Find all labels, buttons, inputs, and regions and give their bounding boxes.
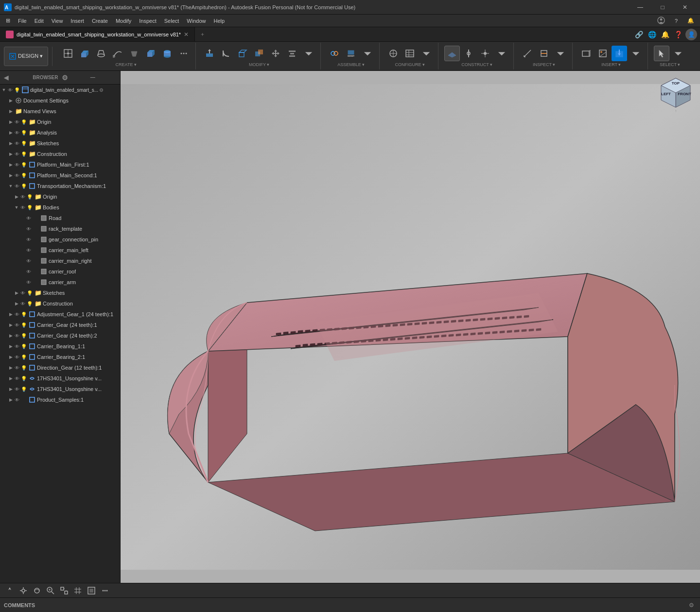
params-icon[interactable]	[385, 46, 401, 61]
construction-root-vis[interactable]: 👁	[14, 151, 20, 157]
browser-settings-icon[interactable]: ⚙	[62, 74, 88, 82]
revolve-icon[interactable]	[93, 46, 109, 61]
tree-body-road[interactable]: 👁 Road	[0, 213, 120, 223]
press-pull-icon[interactable]	[202, 46, 217, 61]
tm-sketches-light[interactable]: 💡	[26, 289, 33, 296]
platform-first-vis[interactable]: 👁	[14, 161, 20, 168]
tab-close[interactable]: ✕	[184, 31, 189, 38]
tree-doc-settings[interactable]: Document Settings	[0, 95, 120, 106]
loft-icon[interactable]	[126, 46, 142, 61]
platform-first-light[interactable]: 💡	[20, 161, 27, 168]
close-button[interactable]: ✕	[674, 0, 696, 15]
sketches-arrow[interactable]	[8, 140, 14, 146]
new-sketch-icon[interactable]	[60, 46, 76, 61]
more-create-icon[interactable]	[176, 46, 192, 61]
dir-gear-arrow[interactable]	[8, 365, 14, 371]
box-icon[interactable]	[143, 46, 158, 61]
construct-point-icon[interactable]	[477, 46, 493, 61]
carrier-gear-1-light[interactable]: 💡	[20, 322, 27, 328]
origin-arrow[interactable]	[8, 119, 14, 125]
analysis-light[interactable]: 💡	[20, 129, 27, 136]
root-vis[interactable]: 👁	[7, 86, 14, 93]
tab-action-bell[interactable]: 🔔	[659, 30, 671, 39]
joint-icon[interactable]	[327, 46, 342, 61]
move-icon[interactable]	[268, 46, 283, 61]
menu-file[interactable]: File	[14, 17, 31, 25]
platform-second-arrow[interactable]	[8, 172, 14, 178]
view-cube[interactable]: TOP LEFT FRONT ↑	[656, 76, 695, 115]
carrier-left-vis[interactable]: 👁	[25, 247, 32, 254]
motor-2-vis[interactable]: 👁	[14, 386, 20, 392]
construct-more-icon[interactable]	[494, 46, 509, 61]
more-modify-icon[interactable]	[301, 46, 316, 61]
minimize-button[interactable]: —	[629, 0, 651, 15]
insert-more-icon[interactable]	[628, 46, 644, 61]
tree-body-carrier-right[interactable]: 👁 carrier_main_right	[0, 255, 120, 266]
tree-tm-sketches[interactable]: 👁 💡 📁 Sketches	[0, 288, 120, 298]
3d-model-view[interactable]	[121, 71, 700, 583]
root-light[interactable]: 💡	[14, 86, 20, 93]
insert-decal-icon[interactable]	[595, 46, 611, 61]
origin-light[interactable]: 💡	[20, 119, 27, 125]
tree-platform-first[interactable]: 👁 💡 Platform_Main_First:1	[0, 159, 120, 170]
tm-sketches-vis[interactable]: 👁	[19, 289, 26, 296]
tree-motor-1[interactable]: 👁 💡 17HS3401_Usongshine v...	[0, 373, 120, 384]
carrier-bearing-1-arrow[interactable]	[8, 343, 14, 349]
insert-active-icon[interactable]	[612, 46, 627, 61]
tree-tm-construction[interactable]: 👁 💡 📁 Construction	[0, 298, 120, 309]
product-samples-vis[interactable]: 👁	[14, 396, 20, 403]
tree-body-carrier-roof[interactable]: 👁 carrier_roof	[0, 266, 120, 277]
notification-icon[interactable]: 🔔	[683, 17, 698, 25]
ground-icon[interactable]	[343, 46, 359, 61]
select-cursor-icon[interactable]	[654, 46, 669, 61]
carrier-gear-1-vis[interactable]: 👁	[14, 322, 20, 328]
design-button[interactable]: DESIGN ▾	[4, 47, 48, 66]
menu-edit[interactable]: Edit	[31, 17, 48, 25]
construct-axis-icon[interactable]	[461, 46, 476, 61]
carrier-bearing-2-vis[interactable]: 👁	[14, 354, 20, 360]
tree-dir-gear[interactable]: 👁 💡 Direction_Gear (12 teeth):1	[0, 362, 120, 373]
comments-settings-icon[interactable]: ⚙	[686, 600, 696, 610]
tree-body-carrier-left[interactable]: 👁 carrier_main_left	[0, 245, 120, 255]
motor-1-light[interactable]: 💡	[20, 375, 27, 382]
carrier-bearing-2-arrow[interactable]	[8, 354, 14, 360]
account-icon[interactable]	[653, 16, 669, 26]
root-settings[interactable]: ⚙	[99, 87, 104, 93]
menu-select[interactable]: Select	[160, 17, 183, 25]
insert-canvas-icon[interactable]	[578, 46, 594, 61]
configure-table-icon[interactable]	[402, 46, 418, 61]
pan-icon[interactable]	[18, 585, 29, 596]
road-vis[interactable]: 👁	[25, 215, 32, 221]
tab-action-globe[interactable]: 🌐	[646, 30, 658, 39]
tree-platform-second[interactable]: 👁 💡 Platform_Main_Second:1	[0, 170, 120, 181]
transport-mech-arrow[interactable]	[8, 183, 14, 189]
browser-close-icon[interactable]: —	[90, 75, 116, 80]
tm-origin-arrow[interactable]	[14, 194, 19, 200]
tm-origin-vis[interactable]: 👁	[19, 193, 26, 200]
sketches-vis[interactable]: 👁	[14, 140, 20, 147]
section-analysis-icon[interactable]	[536, 46, 552, 61]
align-icon[interactable]	[284, 46, 300, 61]
tm-origin-light[interactable]: 💡	[26, 193, 33, 200]
carrier-gear-2-vis[interactable]: 👁	[14, 332, 20, 339]
root-arrow[interactable]	[1, 87, 7, 93]
new-tab-button[interactable]: ＋	[195, 27, 210, 41]
tree-bodies[interactable]: 👁 💡 📁 Bodies	[0, 202, 120, 213]
tm-construction-light[interactable]: 💡	[26, 300, 33, 307]
fillet-icon[interactable]	[218, 46, 234, 61]
construction-root-light[interactable]: 💡	[20, 151, 27, 157]
bodies-light[interactable]: 💡	[26, 204, 33, 211]
tab-action-link[interactable]: 🔗	[633, 30, 645, 39]
carrier-arm-vis[interactable]: 👁	[25, 279, 32, 286]
tree-body-carrier-arm[interactable]: 👁 carrier_arm	[0, 277, 120, 288]
dir-gear-vis[interactable]: 👁	[14, 364, 20, 371]
dir-gear-light[interactable]: 💡	[20, 364, 27, 371]
platform-second-vis[interactable]: 👁	[14, 172, 20, 179]
tree-carrier-gear-2[interactable]: 👁 💡 Carrier_Gear (24 teeth):2	[0, 330, 120, 341]
tree-carrier-gear-1[interactable]: 👁 💡 Carrier_Gear (24 teeth):1	[0, 320, 120, 330]
fit-icon[interactable]	[58, 585, 70, 596]
analysis-arrow[interactable]	[8, 130, 14, 136]
transport-mech-vis[interactable]: 👁	[14, 183, 20, 189]
platform-second-light[interactable]: 💡	[20, 172, 27, 179]
tree-named-views[interactable]: 📁 Named Views	[0, 106, 120, 117]
